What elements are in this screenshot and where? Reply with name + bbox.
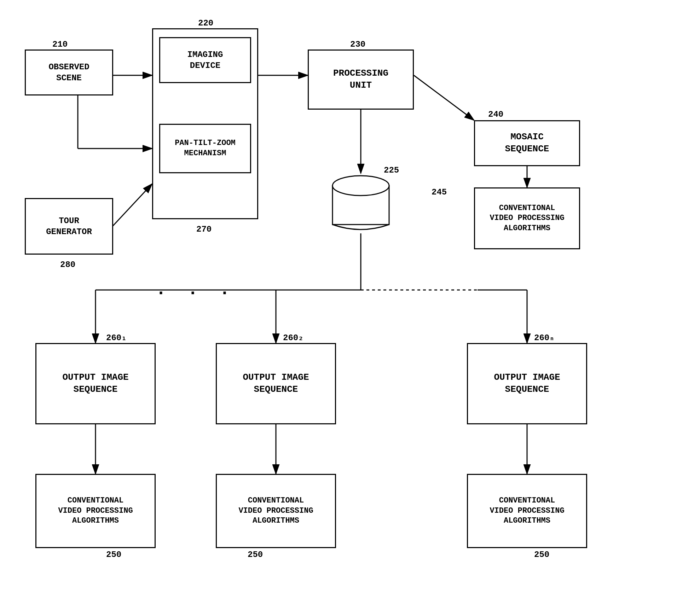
label-260-2: 260₂	[283, 332, 303, 343]
conv2-label: CONVENTIONAL VIDEO PROCESSING ALGORITHMS	[238, 496, 313, 526]
label-280: 280	[60, 260, 75, 269]
tour-generator-label: TOUR GENERATOR	[46, 215, 92, 237]
label-220: 220	[198, 18, 213, 28]
observed-scene-box: OBSERVED SCENE	[25, 50, 113, 95]
mosaic-sequence-box: MOSAIC SEQUENCE	[474, 120, 580, 166]
conv1-box: CONVENTIONAL VIDEO PROCESSING ALGORITHMS	[35, 474, 156, 548]
label-270: 270	[196, 225, 212, 234]
output1-box: OUTPUT IMAGE SEQUENCE	[35, 343, 156, 424]
conv-video-right-box: CONVENTIONAL VIDEO PROCESSING ALGORITHMS	[474, 187, 580, 249]
ptz-box: PAN-TILT-ZOOM MECHANISM	[159, 124, 251, 173]
svg-line-8	[414, 75, 474, 120]
mosaic-sequence-label: MOSAIC SEQUENCE	[505, 131, 549, 155]
conv3-label: CONVENTIONAL VIDEO PROCESSING ALGORITHMS	[490, 496, 564, 526]
label-250b: 250	[248, 550, 263, 559]
conv3-box: CONVENTIONAL VIDEO PROCESSING ALGORITHMS	[467, 474, 587, 548]
label-230: 230	[350, 40, 365, 49]
label-260-1: 260₁	[106, 332, 127, 343]
label-250c: 250	[534, 550, 549, 559]
label-240: 240	[488, 110, 503, 119]
output2-box: OUTPUT IMAGE SEQUENCE	[216, 343, 336, 424]
label-260-n: 260ₙ	[534, 332, 555, 343]
tour-generator-box: TOUR GENERATOR	[25, 198, 113, 255]
processing-unit-label: PROCESSING UNIT	[333, 68, 388, 92]
output1-label: OUTPUT IMAGE SEQUENCE	[62, 372, 128, 396]
observed-scene-label: OBSERVED SCENE	[48, 62, 89, 83]
svg-line-5	[112, 184, 152, 226]
output2-label: OUTPUT IMAGE SEQUENCE	[243, 372, 309, 396]
ptz-label: PAN-TILT-ZOOM MECHANISM	[175, 138, 236, 158]
conv1-label: CONVENTIONAL VIDEO PROCESSING ALGORITHMS	[58, 496, 133, 526]
label-250a: 250	[106, 550, 121, 559]
imaging-device-box: IMAGING DEVICE	[159, 37, 251, 83]
ellipsis-dots: · · ·	[156, 283, 235, 303]
svg-point-21	[332, 176, 389, 196]
imaging-device-label: IMAGING DEVICE	[187, 49, 223, 71]
diagram: 210 OBSERVED SCENE 220 IMAGING DEVICE PA…	[0, 0, 694, 616]
output3-box: OUTPUT IMAGE SEQUENCE	[467, 343, 587, 424]
processing-unit-box: PROCESSING UNIT	[308, 50, 414, 110]
database-cylinder	[325, 173, 396, 233]
label-245: 245	[432, 187, 447, 197]
conv2-box: CONVENTIONAL VIDEO PROCESSING ALGORITHMS	[216, 474, 336, 548]
conv-video-right-label: CONVENTIONAL VIDEO PROCESSING ALGORITHMS	[490, 203, 564, 234]
label-210: 210	[52, 40, 68, 49]
output3-label: OUTPUT IMAGE SEQUENCE	[494, 372, 560, 396]
